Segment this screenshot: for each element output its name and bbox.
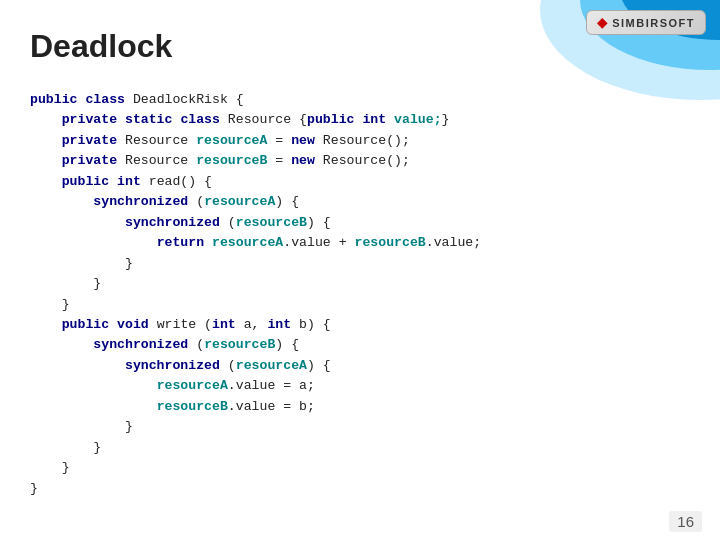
code-line: synchronized (resourceA) { [30,192,690,212]
code-line: synchronized (resourceB) { [30,213,690,233]
code-line: resourceA.value = a; [30,376,690,396]
code-line: private Resource resourceA = new Resourc… [30,131,690,151]
code-line: public void write (int a, int b) { [30,315,690,335]
code-line: return resourceA.value + resourceB.value… [30,233,690,253]
code-line: private Resource resourceB = new Resourc… [30,151,690,171]
slide-number: 16 [669,511,702,532]
logo: ◆ SimbirSoft [586,10,706,35]
code-line: } [30,479,690,499]
code-line: } [30,274,690,294]
code-line: } [30,438,690,458]
code-line: synchronized (resourceB) { [30,335,690,355]
page-title: Deadlock [30,28,172,65]
code-line: } [30,417,690,437]
logo-text: ◆ SimbirSoft [586,10,706,35]
code-line: synchronized (resourceA) { [30,356,690,376]
code-block: public class DeadlockRisk { private stat… [30,90,690,504]
code-line: private static class Resource {public in… [30,110,690,130]
code-line: resourceB.value = b; [30,397,690,417]
code-line: } [30,295,690,315]
code-line: } [30,458,690,478]
code-line: public class DeadlockRisk { [30,90,690,110]
code-line: } [30,254,690,274]
code-line: public int read() { [30,172,690,192]
